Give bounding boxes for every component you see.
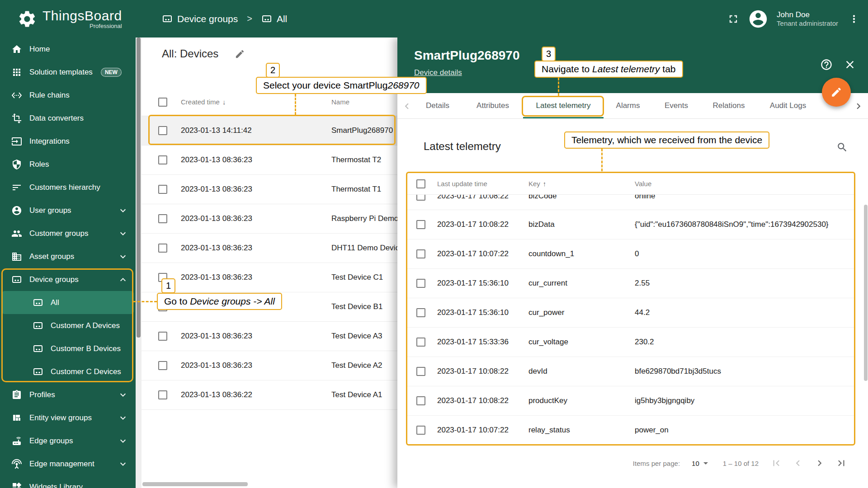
items-per-page-label: Items per page: xyxy=(633,460,680,467)
column-key-label: Key xyxy=(528,180,540,188)
device-created-time: 2023-01-13 08:36:22 xyxy=(181,390,331,399)
row-checkbox[interactable] xyxy=(416,338,425,347)
sidebar-item-label: Customer A Devices xyxy=(51,321,120,330)
sidebar-item[interactable]: Rule chains xyxy=(0,84,136,107)
row-checkbox[interactable] xyxy=(158,332,167,341)
edit-group-icon[interactable] xyxy=(235,49,245,59)
row-checkbox[interactable] xyxy=(416,220,425,229)
sidebar-item[interactable]: Roles xyxy=(0,153,136,176)
tabs-scroll-left-icon[interactable] xyxy=(401,100,413,112)
select-all-checkbox[interactable] xyxy=(158,98,167,107)
sidebar-item[interactable]: Entity view groups xyxy=(0,406,136,429)
thingsboard-logo[interactable]: ThingsBoard Professional xyxy=(17,8,122,29)
fullscreen-icon[interactable] xyxy=(727,13,740,25)
sidebar-item[interactable]: Home xyxy=(0,38,136,61)
row-checkbox[interactable] xyxy=(416,279,425,288)
sidebar-item[interactable]: Customer A Devices xyxy=(0,314,136,337)
row-checkbox[interactable] xyxy=(158,361,167,370)
row-checkbox[interactable] xyxy=(416,367,425,376)
tab[interactable]: Audit Logs xyxy=(757,93,819,118)
breadcrumb: Device groups > All xyxy=(162,0,287,38)
sidebar-item[interactable]: Widgets Library xyxy=(0,475,136,488)
tab[interactable]: Attributes xyxy=(462,93,523,118)
search-icon[interactable] xyxy=(836,141,848,153)
column-created-time[interactable]: Created time ↓ xyxy=(181,98,331,106)
sidebar-item[interactable]: Device groups xyxy=(0,268,136,291)
row-checkbox[interactable] xyxy=(158,185,167,194)
row-checkbox[interactable] xyxy=(416,396,425,405)
sidebar-item[interactable]: Customers hierarchy xyxy=(0,176,136,199)
row-checkbox[interactable] xyxy=(416,195,425,201)
first-page-icon[interactable] xyxy=(770,457,782,469)
tab-label: Alarms xyxy=(616,101,640,110)
row-checkbox[interactable] xyxy=(158,214,167,223)
tab[interactable]: Details xyxy=(413,93,462,118)
details-scrollbar-thumb[interactable] xyxy=(864,205,868,381)
sidebar-item[interactable]: Edge management xyxy=(0,452,136,475)
sidebar-item[interactable]: Customer C Devices xyxy=(0,360,136,383)
sidebar-item[interactable]: Integrations xyxy=(0,130,136,153)
sidebar-scrollbar-thumb[interactable] xyxy=(137,38,141,338)
previous-page-icon[interactable] xyxy=(792,457,804,469)
telemetry-table-header: Last update time Key ↑ Value xyxy=(407,173,854,195)
user-info[interactable]: John Doe Tenant administrator xyxy=(777,10,838,28)
device-created-time: 2023-01-13 08:36:23 xyxy=(181,273,331,282)
tab[interactable]: Events xyxy=(652,93,700,118)
telemetry-select-all-checkbox[interactable] xyxy=(416,179,425,188)
more-menu-icon[interactable] xyxy=(848,13,860,25)
tab[interactable]: Alarms xyxy=(604,93,652,118)
telemetry-row[interactable]: 2023-01-17 15:36:10 cur_current 2.55 xyxy=(407,269,854,298)
edit-device-fab[interactable] xyxy=(822,78,851,107)
sidebar-item-label: Customers hierarchy xyxy=(29,183,100,192)
sidebar-item[interactable]: Asset groups xyxy=(0,245,136,268)
row-checkbox[interactable] xyxy=(158,244,167,253)
sidebar-item[interactable]: Edge groups xyxy=(0,429,136,452)
tab[interactable]: Latest telemetry xyxy=(523,93,604,118)
tab[interactable]: Relations xyxy=(700,93,757,118)
row-checkbox[interactable] xyxy=(416,249,425,258)
next-page-icon[interactable] xyxy=(814,457,826,469)
close-icon[interactable] xyxy=(844,58,856,71)
telemetry-row[interactable]: 2023-01-17 10:08:22 devId bfe629870bd71b… xyxy=(407,357,854,386)
items-per-page-select[interactable]: 10 xyxy=(692,458,711,469)
row-checkbox[interactable] xyxy=(158,126,167,135)
sidebar-item[interactable]: Customer B Devices xyxy=(0,337,136,360)
row-checkbox[interactable] xyxy=(416,308,425,317)
column-last-update-time[interactable]: Last update time xyxy=(437,180,528,188)
input-icon xyxy=(11,136,22,147)
sidebar-item[interactable]: All xyxy=(2,291,134,314)
last-page-ic[interactable] xyxy=(835,457,847,469)
row-checkbox[interactable] xyxy=(158,302,167,311)
avatar[interactable] xyxy=(748,9,769,29)
row-checkbox[interactable] xyxy=(416,426,425,435)
telemetry-row[interactable]: 2023-01-17 10:08:22 productKey ig5hby3bj… xyxy=(407,386,854,416)
sidebar-item[interactable]: Customer groups xyxy=(0,222,136,245)
tab-label: Attributes xyxy=(476,101,509,110)
telemetry-row[interactable]: 2023-01-17 15:33:36 cur_voltage 230.2 xyxy=(407,328,854,357)
sidebar-item[interactable]: User groups xyxy=(0,199,136,222)
telemetry-key: cur_power xyxy=(528,308,635,317)
sidebar-item[interactable]: Data converters xyxy=(0,107,136,130)
logo-title: ThingsBoard xyxy=(42,8,122,23)
row-checkbox[interactable] xyxy=(158,155,167,164)
telemetry-row[interactable]: 2023-01-17 10:08:22 bizData {"uid":"eu16… xyxy=(407,210,854,239)
help-icon[interactable] xyxy=(820,58,833,71)
telemetry-row[interactable]: 2023-01-17 15:36:10 cur_power 44.2 xyxy=(407,298,854,328)
telemetry-row[interactable]: 2023-01-17 10:07:22 countdown_1 0 xyxy=(407,239,854,269)
column-key[interactable]: Key ↑ xyxy=(528,180,635,188)
devices-icon xyxy=(33,320,43,331)
telemetry-row[interactable]: 2023-01-17 10:07:22 relay_status power_o… xyxy=(407,416,854,445)
row-checkbox[interactable] xyxy=(158,273,167,282)
sidebar-item-label: Device groups xyxy=(29,275,79,284)
column-created-time-label: Created time xyxy=(181,98,220,106)
sidebar-item[interactable]: Solution templates NEW xyxy=(0,61,136,84)
breadcrumb-device-groups[interactable]: Device groups xyxy=(162,14,238,24)
sidebar-item[interactable]: Profiles xyxy=(0,383,136,406)
column-value[interactable]: Value xyxy=(635,180,854,188)
device-list-hscrollbar-thumb[interactable] xyxy=(142,482,248,486)
tabs-scroll-right-icon[interactable] xyxy=(853,100,864,112)
sidebar-scrollbar xyxy=(136,38,142,488)
breadcrumb-all[interactable]: All xyxy=(261,14,287,24)
row-checkbox[interactable] xyxy=(158,390,167,399)
details-subtitle-link[interactable]: Device details xyxy=(414,68,462,77)
